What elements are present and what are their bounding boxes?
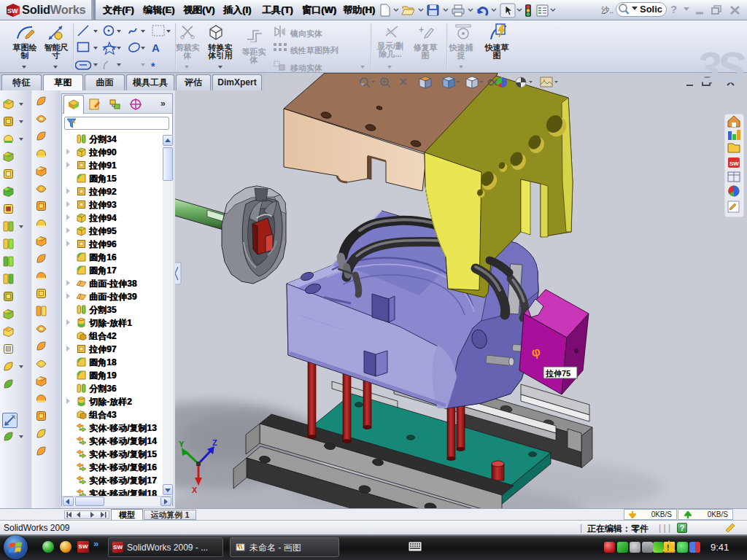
svg-text:Y: Y [179, 440, 185, 448]
svg-text:SW: SW [729, 160, 739, 167]
svg-text:*: * [151, 61, 155, 72]
svg-text:SW: SW [7, 7, 18, 15]
svg-text:X: X [192, 486, 198, 494]
svg-text:拉伸75: 拉伸75 [545, 369, 570, 378]
svg-text:A: A [152, 42, 160, 54]
svg-text:+: + [419, 25, 424, 35]
svg-text:沙..: 沙.. [601, 6, 614, 15]
svg-text:Z: Z [212, 438, 217, 447]
